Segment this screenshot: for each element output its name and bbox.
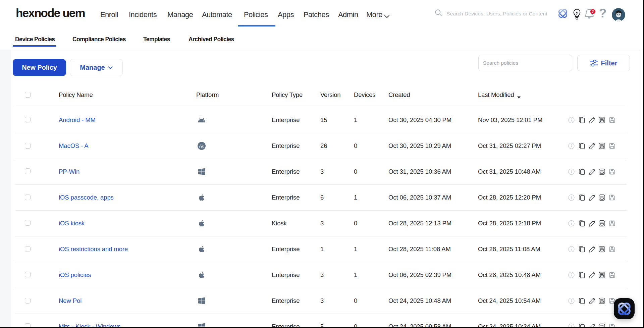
svg-text:OS: OS [199, 145, 204, 149]
